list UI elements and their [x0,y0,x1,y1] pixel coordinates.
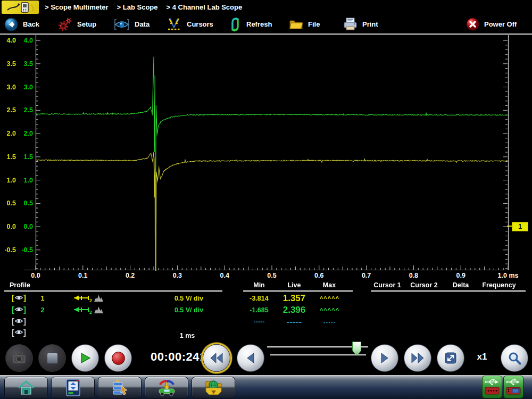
snapshot-button[interactable] [5,344,33,372]
y-axis-label-c1: 4.0 [0,36,16,45]
back-button[interactable]: Back [4,14,39,34]
breadcrumb-4-channel-lab-scope: > 4 Channel Lab Scope [167,3,243,11]
channel-1-eye-toggle[interactable]: [] [12,293,26,302]
x-axis-label: 0.2 [119,272,142,280]
step-forward-button[interactable] [371,344,398,372]
eye-icon [14,318,23,325]
resize-icon [444,351,458,365]
breadcrumb-scope-multimeter[interactable]: > Scope Multimeter [45,3,109,11]
save-icon [204,379,223,396]
x-axis-label: 0.4 [213,272,236,280]
power-off-label: Power Off [484,20,517,28]
data-manager-button[interactable] [98,377,142,398]
usb-connection-1-icon[interactable] [482,376,502,398]
y-axis-label-c1: 0.0 [0,222,16,231]
y-axis-label-c1: 0.5 [0,199,16,207]
frequency-header: Frequency [480,281,518,289]
eye-icon [14,329,23,336]
refresh-label: Refresh [246,20,272,28]
profile-row-3: []--------------- [0,317,532,328]
x-axis-label: 0.5 [260,272,284,280]
histogram-icon [94,306,104,316]
resize-view-button[interactable] [437,344,464,372]
zoom-button[interactable] [501,344,528,372]
probe-icon: 2 [67,294,93,305]
channel-2-eye-toggle[interactable]: [] [12,305,26,314]
play-button[interactable] [71,344,99,372]
y-axis-label-c1: 2.0 [0,129,16,138]
x-axis-label: 0.9 [449,272,472,280]
home-button[interactable] [4,377,48,398]
back-icon [4,18,18,31]
record-button[interactable] [104,344,132,372]
channel-number: 2 [37,305,48,315]
cursors-icon [166,17,182,32]
profile-row-4: [] [0,328,532,339]
data-button[interactable]: Data [114,14,149,34]
profile-header: Profile [10,281,30,289]
profile-underline [4,290,222,292]
setup-label: Setup [77,20,96,28]
bracket-right: ] [23,293,26,302]
y-axis-label-c2: 4.0 [17,36,33,45]
svg-text:2: 2 [89,310,92,314]
y-axis-label-c1: 3.5 [0,60,16,68]
cursors-label: Cursors [187,20,213,28]
scope-plot [24,35,510,271]
folder-icon [289,18,303,30]
power-off-button[interactable]: Power Off [466,14,517,34]
cursor1-header: Cursor 1 [371,281,403,289]
vehicle-button[interactable] [145,377,188,398]
logo-glyph [4,2,36,13]
scroll-track-bottom[interactable] [270,354,366,355]
delta-header: Delta [447,281,474,289]
stop-button[interactable] [38,344,66,372]
x-axis-label: 0.1 [71,272,95,280]
scroll-slider-thumb[interactable] [352,342,361,356]
y-axis-label-c2: 2.0 [17,129,33,138]
channel-4-eye-toggle[interactable]: [] [12,328,26,337]
bracket-right: ] [23,328,26,337]
skip-forward-icon [411,352,425,364]
y-axis-label-c2: 3.5 [17,60,33,68]
sweep-rate-label: 1 ms [171,332,203,339]
x-axis-label: 0.8 [402,272,425,280]
channel-3-eye-toggle[interactable]: [] [12,317,26,326]
cursors-button[interactable]: Cursors [166,14,213,34]
live-value: 2.396 [276,305,313,315]
x-axis-label: 0.3 [165,272,189,280]
file-button[interactable]: File [289,14,320,34]
measure-underline [243,290,353,292]
printer-icon [343,18,358,31]
y-axis-label-c1: 2.5 [0,106,16,114]
y-axis-label-c2: 2.5 [17,106,33,114]
bracket-right: ] [23,305,26,314]
channel1-zero-marker[interactable]: 1 [512,222,528,231]
eye-icon [14,294,23,301]
refresh-button[interactable]: Refresh [229,14,272,34]
usb-glyph-2 [505,378,521,396]
bracket-right: ] [23,317,26,326]
y-axis-label-c2: 1.5 [17,153,33,161]
save-data-button[interactable] [192,377,235,398]
live-value: ----- [276,317,313,327]
scanner-button[interactable] [51,377,95,398]
breadcrumb: > Scope Multimeter > Lab Scope > 4 Chann… [45,0,242,14]
min-value: -3.814 [242,293,276,304]
skip-back-button[interactable] [203,344,230,372]
skip-forward-button[interactable] [404,344,431,372]
step-forward-icon [379,352,390,364]
x-axis-label: 0.6 [307,272,331,280]
histogram-icon [94,294,104,304]
y-axis-label-c1: 1.5 [0,153,16,161]
setup-button[interactable]: Setup [57,14,96,34]
usb-glyph-1 [484,378,500,396]
breadcrumb-lab-scope[interactable]: > Lab Scope [117,3,158,11]
step-back-button[interactable] [237,344,264,372]
toolbar: Back Setup Data [0,14,532,34]
print-button[interactable]: Print [343,14,378,34]
usb-connection-2-icon[interactable] [503,376,523,398]
print-label: Print [362,20,378,28]
x-axis-label: 0.0 [24,272,47,280]
eye-data-icon [114,18,130,31]
